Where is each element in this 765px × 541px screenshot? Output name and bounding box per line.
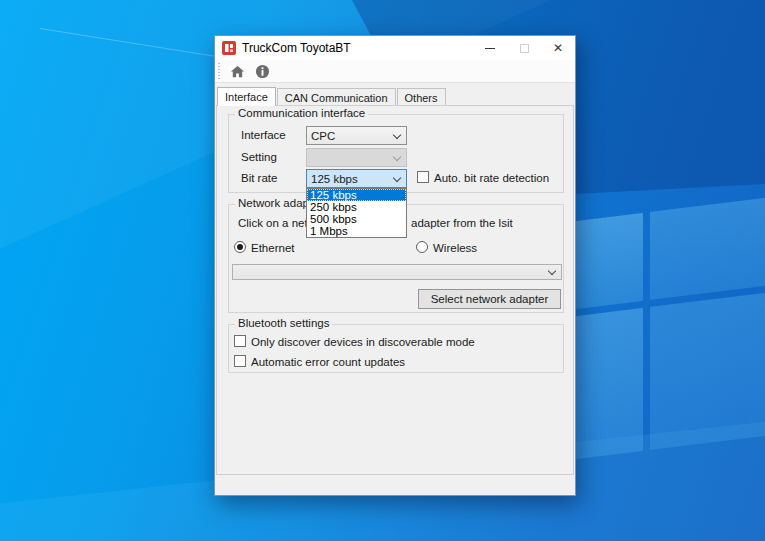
ethernet-label: Ethernet bbox=[251, 242, 294, 254]
radio-dot bbox=[237, 244, 243, 250]
dropdown-option-500kbps[interactable]: 500 kbps bbox=[307, 213, 406, 225]
window-title: TruckCom ToyotaBT bbox=[242, 41, 351, 55]
maximize-icon bbox=[520, 44, 529, 53]
bit-rate-combobox-value: 125 kbps bbox=[311, 173, 358, 185]
windows-logo-pane bbox=[568, 213, 643, 310]
setting-combobox bbox=[306, 148, 407, 167]
chevron-down-icon bbox=[393, 174, 401, 182]
auto-bit-rate-checkbox[interactable] bbox=[417, 171, 429, 183]
select-network-adapter-button[interactable]: Select network adapter bbox=[418, 289, 561, 309]
network-hint-right: adapter from the lsit bbox=[411, 217, 513, 229]
dropdown-option-1mbps[interactable]: 1 Mbps bbox=[307, 225, 406, 237]
group-label: Bluetooth settings bbox=[235, 317, 332, 329]
tab-can-communication[interactable]: CAN Communication bbox=[277, 88, 396, 106]
app-icon bbox=[222, 41, 236, 55]
tab-strip: Interface CAN Communication Others bbox=[217, 87, 447, 106]
tab-interface[interactable]: Interface bbox=[217, 87, 276, 106]
title-bar[interactable]: TruckCom ToyotaBT ✕ bbox=[215, 36, 575, 60]
info-icon[interactable] bbox=[255, 64, 270, 79]
maximize-button[interactable] bbox=[507, 36, 541, 60]
windows-logo-pane bbox=[650, 288, 765, 450]
windows-logo bbox=[568, 193, 765, 460]
setting-label: Setting bbox=[241, 151, 277, 163]
bit-rate-combobox[interactable]: 125 kbps bbox=[306, 169, 407, 188]
close-icon: ✕ bbox=[553, 42, 563, 54]
windows-logo-pane bbox=[650, 193, 765, 300]
dropdown-option-250kbps[interactable]: 250 kbps bbox=[307, 201, 406, 213]
toolbar-grip[interactable] bbox=[218, 63, 220, 79]
network-adapter-combobox[interactable] bbox=[232, 264, 562, 280]
group-label: Communication interface bbox=[235, 107, 368, 119]
chevron-down-icon bbox=[393, 153, 401, 161]
tab-others[interactable]: Others bbox=[397, 88, 446, 106]
auto-error-count-checkbox[interactable] bbox=[234, 355, 246, 367]
minimize-icon bbox=[485, 48, 495, 49]
truckcom-dialog: TruckCom ToyotaBT ✕ Interface CAN Commun… bbox=[214, 35, 576, 496]
auto-error-count-label: Automatic error count updates bbox=[251, 356, 405, 368]
bit-rate-dropdown-list: 125 kbps 250 kbps 500 kbps 1 Mbps bbox=[306, 188, 407, 238]
wireless-radio[interactable] bbox=[416, 241, 428, 253]
toolbar bbox=[215, 60, 575, 83]
home-icon[interactable] bbox=[230, 64, 245, 79]
minimize-button[interactable] bbox=[473, 36, 507, 60]
interface-combobox-value: CPC bbox=[311, 130, 335, 142]
ethernet-radio[interactable] bbox=[234, 241, 246, 253]
interface-combobox[interactable]: CPC bbox=[306, 126, 407, 145]
auto-bit-rate-label: Auto. bit rate detection bbox=[434, 172, 549, 184]
bit-rate-label: Bit rate bbox=[241, 172, 277, 184]
chevron-down-icon bbox=[393, 131, 401, 139]
discoverable-mode-checkbox[interactable] bbox=[234, 335, 246, 347]
windows-logo-pane bbox=[568, 308, 643, 460]
wireless-label: Wireless bbox=[433, 242, 477, 254]
dropdown-option-125kbps[interactable]: 125 kbps bbox=[307, 189, 406, 201]
close-button[interactable]: ✕ bbox=[541, 36, 575, 60]
interface-label: Interface bbox=[241, 129, 286, 141]
chevron-down-icon bbox=[548, 267, 556, 275]
discoverable-mode-label: Only discover devices in discoverable mo… bbox=[251, 336, 475, 348]
